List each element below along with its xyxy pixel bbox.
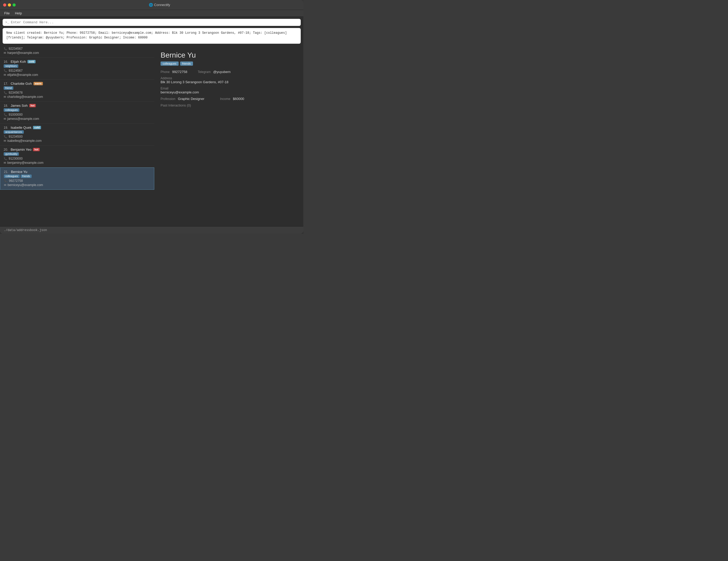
detail-profession-income-row: Profession Graphic Designer Income $6000… [161, 97, 297, 101]
contact-list: 📞 92234567 ✉ harperl@example.com 16. Eli… [0, 46, 154, 226]
tag-badge: colleagues [4, 108, 19, 112]
income-label: Income [220, 97, 230, 101]
email-value: berniceyu@example.com [161, 90, 297, 94]
contact-name: Isabelle Quek [11, 126, 32, 129]
contact-email: berniceyu@example.com [8, 183, 43, 187]
tag-badge: friend [4, 86, 13, 90]
command-bar: >_ [3, 19, 301, 26]
phone-icon: 📞 [4, 69, 7, 72]
past-interactions: Past Interactions (0) [161, 103, 297, 107]
status-path: ./data/addressbook.json [4, 228, 47, 232]
contact-email: jamess@example.com [7, 117, 39, 121]
contact-number: 16. [4, 60, 8, 64]
contact-name: James Soh [11, 104, 28, 107]
contact-phone: 91230000 [9, 157, 22, 160]
command-input[interactable] [11, 20, 298, 24]
contact-email: isabelleq@example.com [7, 139, 42, 143]
contact-email: elijahk@example.com [7, 73, 38, 77]
contact-email: charlotteg@example.com [7, 95, 43, 99]
contact-phone: 93124567 [9, 69, 22, 72]
temperature-badge: cold [27, 60, 36, 63]
tag-badge: neighbors [4, 64, 18, 68]
detail-tag-friends: friends [180, 61, 193, 66]
list-item[interactable]: 17. Charlotte Goh warm friend 📞 92345678… [0, 79, 154, 101]
list-item[interactable]: 18. James Soh hot colleagues 📞 91000000 … [0, 101, 154, 123]
detail-tags: colleagues friends [161, 61, 297, 66]
partial-phone: 92234567 [9, 47, 22, 50]
temperature-badge: hot [29, 104, 36, 107]
phone-icon: 📞 [4, 135, 7, 138]
list-item[interactable]: 16. Elijah Koh cold neighbors 📞 93124567… [0, 58, 154, 79]
temperature-badge: warm [33, 82, 43, 85]
list-item[interactable]: 21. Bernice Yu colleagues friends 📞 9927… [0, 167, 154, 190]
window-title: 🌐 Connectify [19, 3, 300, 7]
statusbar: ./data/addressbook.json [0, 226, 303, 234]
output-area: New client created: Bernice Yu; Phone: 9… [3, 28, 301, 44]
address-label: Address [161, 76, 297, 80]
titlebar: 🌐 Connectify [0, 0, 303, 10]
email-icon: ✉ [4, 183, 6, 187]
email-icon: ✉ [4, 73, 6, 77]
list-item[interactable]: 19. Isabelle Quek cold acquaintances 📞 9… [0, 123, 154, 145]
partial-email: harperl@example.com [7, 51, 39, 55]
contact-phone: 99272758 [9, 179, 23, 183]
phone-icon: 📞 [4, 179, 8, 183]
detail-panel: Bernice Yu colleagues friends Phone 9927… [154, 46, 303, 226]
phone-label: Phone [161, 70, 170, 74]
command-prompt-icon: >_ [5, 20, 9, 24]
email-label: Email [161, 87, 297, 90]
output-text: New client created: Bernice Yu; Phone: 9… [6, 31, 287, 39]
detail-tag-colleagues: colleagues [161, 61, 179, 66]
tag-badge: acquaintances [4, 130, 24, 134]
traffic-lights [3, 3, 16, 7]
contact-name: Benjamin Yeo [11, 147, 32, 151]
contact-phone: 91234500 [9, 135, 22, 138]
phone-icon: 📞 [4, 157, 7, 160]
email-icon: ✉ [4, 51, 6, 55]
email-icon: ✉ [4, 95, 6, 99]
minimize-button[interactable] [8, 3, 11, 7]
phone-icon: 📞 [4, 113, 7, 116]
phone-icon: 📞 [4, 91, 7, 94]
maximize-button[interactable] [13, 3, 16, 7]
tag-badge: gymbuddy [4, 152, 19, 156]
title-icon: 🌐 [149, 3, 153, 7]
address-value: Blk 30 Lorong 3 Serangoon Gardens, #07-1… [161, 80, 297, 84]
temperature-badge: cold [33, 126, 41, 129]
contact-phone: 91000000 [9, 113, 22, 116]
contact-phone: 92345678 [9, 91, 22, 94]
contact-number: 19. [4, 126, 8, 129]
telegram-label: Telegram [198, 70, 211, 74]
profession-value: Graphic Designer [178, 97, 204, 101]
contact-name: Bernice Yu [11, 170, 27, 174]
phone-value: 99272758 [172, 70, 187, 74]
contact-number: 17. [4, 82, 8, 86]
tag-badge: friends [21, 174, 32, 178]
menu-file[interactable]: File [2, 11, 12, 16]
detail-address-section: Address Blk 30 Lorong 3 Serangoon Garden… [161, 76, 297, 84]
contact-email: benjaminy@example.com [7, 161, 43, 164]
detail-phone-telegram-row: Phone 99272758 Telegram @yuyubern [161, 70, 297, 74]
partial-contact[interactable]: 📞 92234567 ✉ harperl@example.com [0, 46, 154, 58]
tag-badge: colleagues [4, 174, 20, 178]
telegram-value: @yuyubern [213, 70, 231, 74]
main-content: 📞 92234567 ✉ harperl@example.com 16. Eli… [0, 46, 303, 226]
close-button[interactable] [3, 3, 6, 7]
list-item[interactable]: 20. Benjamin Yeo hot gymbuddy 📞 91230000… [0, 145, 154, 167]
contact-number: 18. [4, 104, 8, 107]
detail-name: Bernice Yu [161, 51, 297, 59]
email-icon: ✉ [4, 117, 6, 121]
profession-label: Profession [161, 97, 175, 101]
contact-number: 20. [4, 148, 8, 151]
email-icon: ✉ [4, 139, 6, 143]
detail-email-section: Email berniceyu@example.com [161, 87, 297, 94]
income-value: $60000 [233, 97, 244, 101]
menu-help[interactable]: Help [13, 11, 24, 16]
phone-icon: 📞 [4, 47, 7, 50]
temperature-badge: hot [33, 148, 40, 151]
contact-number: 21. [4, 170, 8, 174]
menubar: File Help [0, 10, 303, 17]
email-icon: ✉ [4, 161, 6, 164]
contact-name: Charlotte Goh [11, 82, 32, 86]
contact-name: Elijah Koh [11, 60, 26, 64]
